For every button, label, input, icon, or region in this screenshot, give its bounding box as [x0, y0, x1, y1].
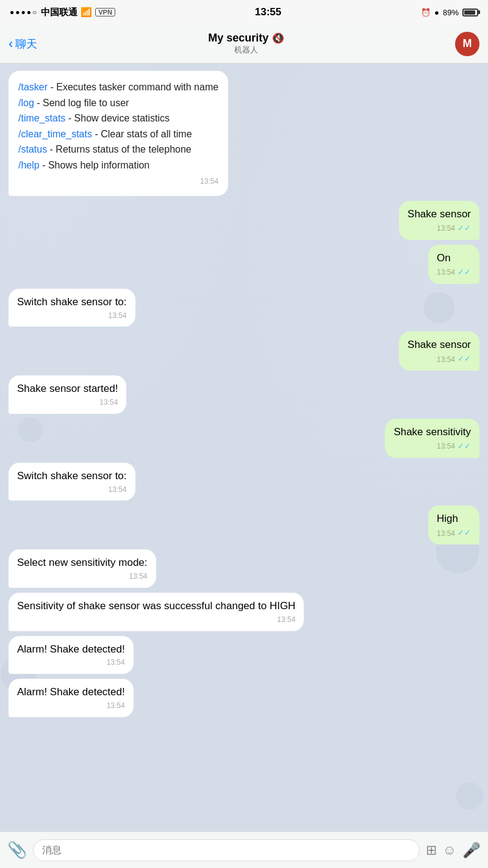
wifi-icon: 📶 [81, 7, 92, 18]
message-time: 13:54 [129, 571, 148, 582]
avatar[interactable]: M [455, 32, 479, 56]
message-bubble: Shake sensitivity 13:54 ✓✓ [385, 419, 479, 458]
message-text: Shake sensor started! [17, 383, 118, 394]
nav-center: My security 🔇 机器人 [208, 32, 284, 56]
carrier-label: 中国联通 [41, 7, 77, 18]
cmd-help: /help [18, 160, 40, 170]
read-receipt: ✓✓ [458, 353, 471, 364]
message-text: Alarm! Shake detected! [17, 686, 125, 698]
message-time: 13:54 [109, 311, 127, 321]
message-row: Alarm! Shake detected! 13:54 [9, 636, 479, 675]
attach-button[interactable]: 📎 [7, 841, 27, 859]
message-row: Sensitivity of shake sensor was successf… [9, 593, 479, 631]
message-row: Shake sensor 13:54 ✓✓ [9, 331, 479, 371]
cmd-log: /log [18, 98, 34, 108]
message-bubble: Select new sensitivity mode: 13:54 [9, 549, 156, 588]
status-left: ●●●●○ 中国联通 📶 VPN [10, 7, 115, 18]
message-bubble: Switch shake sensor to: 13:54 [9, 289, 135, 327]
message-bubble: Sensitivity of shake sensor was successf… [9, 593, 304, 631]
message-time: 13:54 [107, 701, 125, 711]
status-time: 13:55 [255, 6, 281, 18]
message-row: /tasker - Executes tasker command with n… [9, 71, 479, 196]
message-bubble: Shake sensor 13:54 ✓✓ [399, 331, 479, 371]
message-row: Select new sensitivity mode: 13:54 [9, 549, 479, 588]
location-icon: ● [434, 8, 439, 17]
desc-log: - Send log file to user [37, 98, 129, 108]
status-bar: ●●●●○ 中国联通 📶 VPN 13:55 ⏰ ● 89% [0, 0, 488, 24]
mic-button[interactable]: 🎤 [462, 842, 481, 859]
read-receipt: ✓✓ [458, 527, 471, 538]
message-text: On [437, 252, 451, 264]
message-time: 13:54 [437, 355, 455, 365]
chat-subtitle: 机器人 [208, 45, 284, 56]
message-row: High 13:54 ✓✓ [9, 505, 479, 544]
message-row: Alarm! Shake detected! 13:54 [9, 679, 479, 717]
chat-title: My security 🔇 [208, 32, 284, 45]
signal-dots: ●●●●○ [10, 8, 38, 16]
keyboard-button[interactable]: ⊞ [426, 842, 437, 858]
cmd-status: /status [18, 144, 47, 154]
cmd-clear-time-stats: /clear_time_stats [18, 129, 92, 139]
help-line-3: /time_stats - Show device statistics [18, 110, 218, 126]
message-bubble: High 13:54 ✓✓ [428, 505, 479, 544]
desc-time-stats: - Show device statistics [68, 113, 170, 123]
message-text: Select new sensitivity mode: [17, 557, 148, 568]
chat-area: /tasker - Executes tasker command with n… [0, 63, 488, 831]
desc-tasker: - Executes tasker command with name [50, 82, 218, 92]
message-text: Sensitivity of shake sensor was successf… [17, 600, 295, 612]
title-text: My security [208, 32, 268, 45]
message-text: Shake sensitivity [393, 426, 471, 438]
bottom-bar: 📎 ⊞ ☺ 🎤 [0, 831, 488, 868]
message-time: 13:54 [437, 441, 455, 452]
message-time: 13:54 [107, 657, 125, 668]
help-line-1: /tasker - Executes tasker command with n… [18, 79, 218, 95]
battery-icon [462, 9, 478, 16]
emoji-button[interactable]: ☺ [443, 842, 456, 858]
message-time: 13:54 [109, 485, 127, 495]
message-input[interactable] [33, 839, 420, 861]
message-time: 13:54 [437, 267, 455, 278]
message-row: Shake sensitivity 13:54 ✓✓ [9, 419, 479, 458]
read-receipt: ✓✓ [458, 441, 471, 452]
back-button[interactable]: ‹ 聊天 [9, 37, 37, 51]
desc-clear-time-stats: - Clear stats of all time [95, 129, 192, 139]
help-time: 13:54 [18, 176, 218, 187]
help-line-5: /status - Returns status of the telephon… [18, 142, 218, 157]
navbar: ‹ 聊天 My security 🔇 机器人 M [0, 24, 488, 63]
desc-help: - Shows help information [42, 160, 149, 170]
message-bubble: On 13:54 ✓✓ [428, 245, 479, 284]
back-label: 聊天 [15, 37, 37, 51]
message-text: High [437, 513, 458, 524]
status-right: ⏰ ● 89% [421, 8, 478, 17]
help-message-bubble: /tasker - Executes tasker command with n… [9, 71, 228, 196]
message-time: 13:54 [437, 223, 455, 234]
message-bubble: Switch shake sensor to: 13:54 [9, 463, 135, 501]
message-time: 13:54 [99, 397, 118, 408]
mute-icon: 🔇 [272, 32, 284, 44]
message-row: Switch shake sensor to: 13:54 [9, 463, 479, 501]
read-receipt: ✓✓ [458, 223, 471, 234]
message-row: Shake sensor started! 13:54 [9, 375, 479, 414]
message-bubble: Shake sensor started! 13:54 [9, 375, 126, 414]
message-text: Switch shake sensor to: [17, 296, 127, 308]
alarm-icon: ⏰ [421, 8, 431, 17]
message-time: 13:54 [277, 615, 295, 625]
message-row: Shake sensor 13:54 ✓✓ [9, 201, 479, 240]
back-chevron-icon: ‹ [9, 37, 13, 51]
message-text: Alarm! Shake detected! [17, 643, 125, 655]
message-bubble: Alarm! Shake detected! 13:54 [9, 636, 134, 675]
message-text: Switch shake sensor to: [17, 470, 127, 482]
vpn-badge: VPN [95, 8, 115, 16]
cmd-time-stats: /time_stats [18, 113, 65, 123]
help-line-6: /help - Shows help information [18, 157, 218, 173]
desc-status: - Returns status of the telephone [50, 144, 192, 154]
message-text: Shake sensor [407, 339, 471, 350]
message-time: 13:54 [437, 529, 455, 539]
message-text: Shake sensor [407, 208, 471, 220]
message-row: On 13:54 ✓✓ [9, 245, 479, 284]
message-bubble: Shake sensor 13:54 ✓✓ [399, 201, 479, 240]
read-receipt: ✓✓ [458, 267, 471, 278]
help-line-2: /log - Send log file to user [18, 95, 218, 111]
message-bubble: Alarm! Shake detected! 13:54 [9, 679, 134, 717]
message-row: Switch shake sensor to: 13:54 [9, 289, 479, 327]
